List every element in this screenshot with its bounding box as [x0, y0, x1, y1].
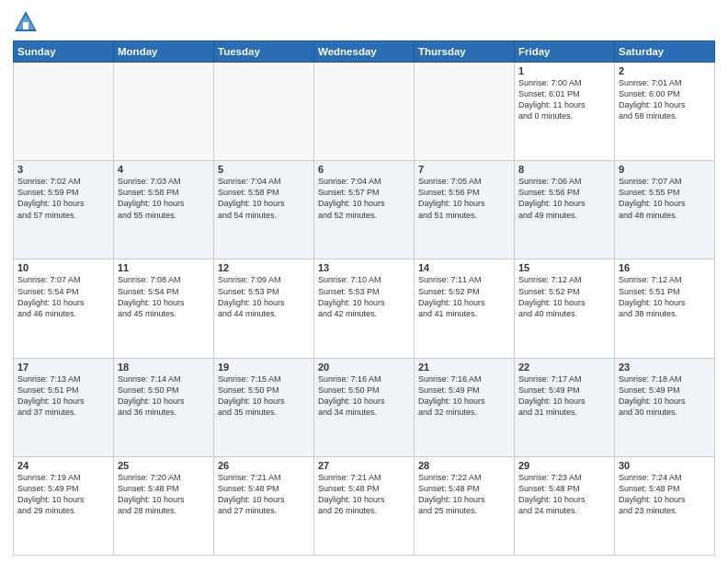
calendar-cell: 26Sunrise: 7:21 AM Sunset: 5:48 PM Dayli… — [214, 456, 314, 555]
day-info: Sunrise: 7:06 AM Sunset: 5:56 PM Dayligh… — [518, 176, 610, 221]
day-number: 8 — [518, 164, 610, 175]
calendar-table: SundayMondayTuesdayWednesdayThursdayFrid… — [13, 40, 715, 556]
calendar-week-row: 10Sunrise: 7:07 AM Sunset: 5:54 PM Dayli… — [14, 259, 715, 358]
calendar-cell — [415, 63, 515, 161]
calendar-cell: 12Sunrise: 7:09 AM Sunset: 5:53 PM Dayli… — [214, 259, 314, 358]
calendar-cell: 8Sunrise: 7:06 AM Sunset: 5:56 PM Daylig… — [515, 161, 615, 259]
weekday-header: Friday — [515, 41, 615, 63]
calendar-cell: 3Sunrise: 7:02 AM Sunset: 5:59 PM Daylig… — [14, 161, 114, 259]
calendar-cell: 23Sunrise: 7:18 AM Sunset: 5:49 PM Dayli… — [615, 358, 715, 456]
day-info: Sunrise: 7:12 AM Sunset: 5:52 PM Dayligh… — [518, 274, 610, 319]
calendar-cell: 29Sunrise: 7:23 AM Sunset: 5:48 PM Dayli… — [515, 456, 615, 555]
weekday-header: Tuesday — [214, 41, 314, 63]
calendar-cell: 22Sunrise: 7:17 AM Sunset: 5:49 PM Dayli… — [515, 358, 615, 456]
day-info: Sunrise: 7:17 AM Sunset: 5:49 PM Dayligh… — [518, 373, 610, 419]
calendar-cell: 30Sunrise: 7:24 AM Sunset: 5:48 PM Dayli… — [615, 456, 715, 555]
svg-rect-2 — [23, 22, 28, 29]
weekday-header: Thursday — [415, 41, 515, 63]
calendar-cell: 7Sunrise: 7:05 AM Sunset: 5:56 PM Daylig… — [415, 161, 515, 259]
day-info: Sunrise: 7:12 AM Sunset: 5:51 PM Dayligh… — [619, 274, 711, 319]
calendar-cell: 6Sunrise: 7:04 AM Sunset: 5:57 PM Daylig… — [314, 161, 415, 259]
day-number: 27 — [318, 460, 410, 471]
day-info: Sunrise: 7:10 AM Sunset: 5:53 PM Dayligh… — [318, 274, 410, 319]
calendar-week-row: 3Sunrise: 7:02 AM Sunset: 5:59 PM Daylig… — [14, 161, 715, 259]
day-number: 30 — [619, 460, 711, 471]
day-info: Sunrise: 7:09 AM Sunset: 5:53 PM Dayligh… — [218, 274, 310, 319]
page: SundayMondayTuesdayWednesdayThursdayFrid… — [0, 0, 728, 563]
day-number: 10 — [17, 262, 109, 273]
day-info: Sunrise: 7:08 AM Sunset: 5:54 PM Dayligh… — [118, 274, 210, 319]
day-info: Sunrise: 7:21 AM Sunset: 5:48 PM Dayligh… — [218, 472, 310, 517]
calendar-cell: 10Sunrise: 7:07 AM Sunset: 5:54 PM Dayli… — [14, 259, 114, 358]
day-info: Sunrise: 7:24 AM Sunset: 5:48 PM Dayligh… — [619, 472, 711, 517]
day-info: Sunrise: 7:16 AM Sunset: 5:50 PM Dayligh… — [318, 373, 410, 419]
weekday-header: Wednesday — [314, 41, 415, 63]
day-number: 20 — [318, 362, 410, 373]
day-info: Sunrise: 7:05 AM Sunset: 5:56 PM Dayligh… — [418, 176, 510, 221]
day-number: 15 — [518, 262, 610, 273]
calendar-cell — [214, 63, 314, 161]
day-number: 11 — [118, 262, 210, 273]
day-info: Sunrise: 7:00 AM Sunset: 6:01 PM Dayligh… — [518, 77, 610, 122]
calendar-cell: 13Sunrise: 7:10 AM Sunset: 5:53 PM Dayli… — [314, 259, 415, 358]
day-number: 23 — [619, 362, 711, 373]
calendar-cell — [14, 63, 114, 161]
calendar-cell — [314, 63, 415, 161]
day-number: 14 — [418, 262, 510, 273]
calendar-cell: 19Sunrise: 7:15 AM Sunset: 5:50 PM Dayli… — [214, 358, 314, 456]
day-number: 4 — [118, 164, 210, 175]
calendar-cell: 15Sunrise: 7:12 AM Sunset: 5:52 PM Dayli… — [515, 259, 615, 358]
day-number: 6 — [318, 164, 410, 175]
day-info: Sunrise: 7:07 AM Sunset: 5:54 PM Dayligh… — [17, 274, 109, 319]
calendar-cell: 1Sunrise: 7:00 AM Sunset: 6:01 PM Daylig… — [515, 63, 615, 161]
calendar-cell: 17Sunrise: 7:13 AM Sunset: 5:51 PM Dayli… — [14, 358, 114, 456]
day-number: 19 — [218, 362, 310, 373]
calendar-cell: 20Sunrise: 7:16 AM Sunset: 5:50 PM Dayli… — [314, 358, 415, 456]
day-info: Sunrise: 7:22 AM Sunset: 5:48 PM Dayligh… — [418, 472, 510, 517]
day-info: Sunrise: 7:16 AM Sunset: 5:49 PM Dayligh… — [418, 373, 510, 419]
day-number: 18 — [118, 362, 210, 373]
calendar-cell: 5Sunrise: 7:04 AM Sunset: 5:58 PM Daylig… — [214, 161, 314, 259]
day-info: Sunrise: 7:15 AM Sunset: 5:50 PM Dayligh… — [218, 373, 310, 419]
day-number: 12 — [218, 262, 310, 273]
day-number: 3 — [17, 164, 109, 175]
day-info: Sunrise: 7:18 AM Sunset: 5:49 PM Dayligh… — [619, 373, 711, 419]
calendar-week-row: 24Sunrise: 7:19 AM Sunset: 5:49 PM Dayli… — [14, 456, 715, 555]
day-info: Sunrise: 7:20 AM Sunset: 5:48 PM Dayligh… — [118, 472, 210, 517]
day-number: 21 — [418, 362, 510, 373]
calendar-cell: 2Sunrise: 7:01 AM Sunset: 6:00 PM Daylig… — [615, 63, 715, 161]
day-info: Sunrise: 7:04 AM Sunset: 5:58 PM Dayligh… — [218, 176, 310, 221]
weekday-header: Sunday — [14, 41, 114, 63]
weekday-header: Saturday — [615, 41, 715, 63]
day-number: 1 — [518, 65, 610, 76]
day-info: Sunrise: 7:03 AM Sunset: 5:58 PM Dayligh… — [118, 176, 210, 221]
day-info: Sunrise: 7:07 AM Sunset: 5:55 PM Dayligh… — [619, 176, 711, 221]
day-number: 22 — [518, 362, 610, 373]
calendar-cell: 14Sunrise: 7:11 AM Sunset: 5:52 PM Dayli… — [415, 259, 515, 358]
day-number: 5 — [218, 164, 310, 175]
calendar-week-row: 1Sunrise: 7:00 AM Sunset: 6:01 PM Daylig… — [14, 63, 715, 161]
calendar-header-row: SundayMondayTuesdayWednesdayThursdayFrid… — [14, 41, 715, 63]
day-number: 25 — [118, 460, 210, 471]
day-info: Sunrise: 7:01 AM Sunset: 6:00 PM Dayligh… — [619, 77, 711, 122]
day-info: Sunrise: 7:23 AM Sunset: 5:48 PM Dayligh… — [518, 472, 610, 517]
day-info: Sunrise: 7:02 AM Sunset: 5:59 PM Dayligh… — [17, 176, 109, 221]
calendar-cell: 28Sunrise: 7:22 AM Sunset: 5:48 PM Dayli… — [415, 456, 515, 555]
calendar-cell: 9Sunrise: 7:07 AM Sunset: 5:55 PM Daylig… — [615, 161, 715, 259]
logo-icon — [13, 9, 39, 35]
calendar-cell: 27Sunrise: 7:21 AM Sunset: 5:48 PM Dayli… — [314, 456, 415, 555]
day-number: 7 — [418, 164, 510, 175]
calendar-cell: 21Sunrise: 7:16 AM Sunset: 5:49 PM Dayli… — [415, 358, 515, 456]
calendar-cell: 18Sunrise: 7:14 AM Sunset: 5:50 PM Dayli… — [114, 358, 214, 456]
calendar-cell: 16Sunrise: 7:12 AM Sunset: 5:51 PM Dayli… — [615, 259, 715, 358]
day-number: 26 — [218, 460, 310, 471]
day-info: Sunrise: 7:13 AM Sunset: 5:51 PM Dayligh… — [17, 373, 109, 419]
calendar-cell: 25Sunrise: 7:20 AM Sunset: 5:48 PM Dayli… — [114, 456, 214, 555]
day-number: 24 — [17, 460, 109, 471]
calendar-cell: 4Sunrise: 7:03 AM Sunset: 5:58 PM Daylig… — [114, 161, 214, 259]
calendar-cell: 24Sunrise: 7:19 AM Sunset: 5:49 PM Dayli… — [14, 456, 114, 555]
logo — [13, 9, 42, 35]
header — [13, 9, 715, 35]
day-number: 13 — [318, 262, 410, 273]
calendar-cell — [114, 63, 214, 161]
